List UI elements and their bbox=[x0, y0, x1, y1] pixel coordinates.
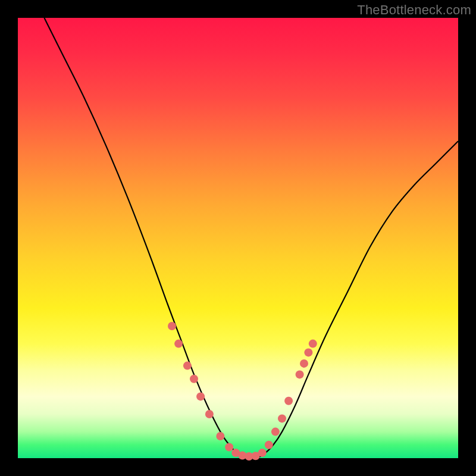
marker-group bbox=[168, 322, 317, 461]
marker-dot bbox=[168, 322, 176, 330]
marker-dot bbox=[190, 375, 198, 383]
marker-dot bbox=[174, 340, 183, 348]
plot-area bbox=[18, 18, 458, 458]
marker-dot bbox=[300, 359, 308, 368]
watermark-text: TheBottleneck.com bbox=[357, 2, 471, 18]
chart-svg bbox=[18, 18, 458, 458]
marker-dot bbox=[216, 432, 224, 440]
chart-frame: TheBottleneck.com bbox=[0, 0, 476, 476]
marker-dot bbox=[225, 443, 233, 452]
marker-dot bbox=[196, 392, 205, 400]
marker-dot bbox=[284, 397, 293, 405]
bottleneck-curve bbox=[44, 18, 458, 459]
marker-dot bbox=[265, 441, 273, 449]
marker-dot bbox=[304, 348, 312, 356]
marker-dot bbox=[296, 370, 304, 378]
marker-dot bbox=[309, 340, 317, 348]
marker-dot bbox=[278, 414, 286, 422]
marker-dot bbox=[258, 449, 267, 457]
marker-dot bbox=[205, 410, 214, 418]
marker-dot bbox=[183, 362, 192, 370]
marker-dot bbox=[271, 428, 280, 436]
